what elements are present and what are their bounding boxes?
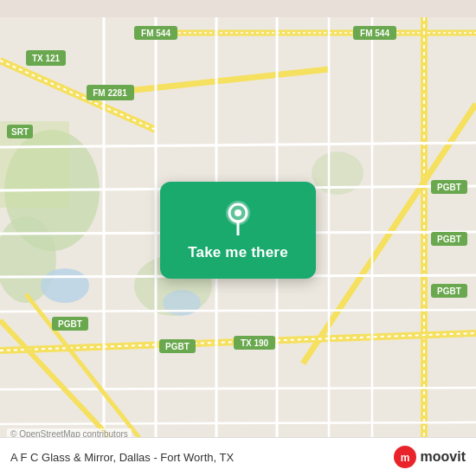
svg-text:TX 121: TX 121 bbox=[32, 54, 61, 63]
svg-point-57 bbox=[235, 209, 241, 216]
svg-text:PGBT: PGBT bbox=[58, 319, 82, 329]
svg-text:FM 2281: FM 2281 bbox=[93, 88, 127, 98]
take-me-there-button[interactable]: Take me there bbox=[188, 244, 288, 261]
bottom-left: A F C Glass & Mirror, Dallas - Fort Wort… bbox=[10, 451, 234, 464]
svg-text:SRT: SRT bbox=[11, 127, 29, 137]
moovit-text: moovit bbox=[421, 449, 466, 465]
svg-text:TX 190: TX 190 bbox=[241, 338, 269, 348]
location-pin-icon bbox=[219, 197, 257, 235]
svg-text:PGBT: PGBT bbox=[437, 286, 461, 296]
svg-point-6 bbox=[41, 268, 89, 303]
map-container: TX 121 FM 2281 FM 544 FM 544 PGBT PGBT P… bbox=[0, 0, 476, 476]
moovit-icon: m bbox=[393, 445, 417, 469]
moovit-logo: m moovit bbox=[393, 445, 466, 469]
place-name: A F C Glass & Mirror, Dallas - Fort Wort… bbox=[10, 451, 234, 464]
popup-card: Take me there bbox=[160, 182, 316, 279]
svg-text:FM 544: FM 544 bbox=[141, 29, 170, 38]
svg-text:PGBT: PGBT bbox=[437, 235, 461, 244]
svg-text:PGBT: PGBT bbox=[165, 342, 190, 351]
bottom-bar: A F C Glass & Mirror, Dallas - Fort Wort… bbox=[0, 437, 476, 476]
svg-text:FM 544: FM 544 bbox=[360, 29, 389, 38]
svg-text:m: m bbox=[400, 452, 409, 464]
svg-text:PGBT: PGBT bbox=[437, 183, 461, 192]
